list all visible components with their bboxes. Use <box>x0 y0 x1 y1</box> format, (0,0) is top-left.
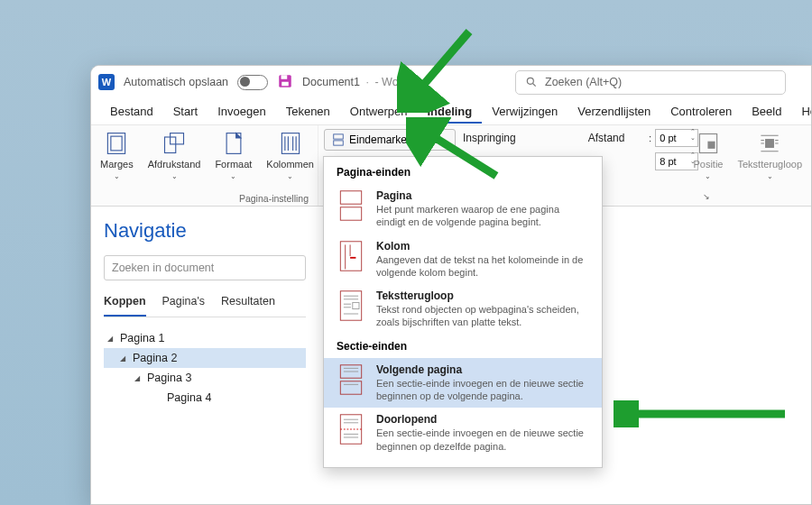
dropdown-item[interactable]: Volgende paginaEen sectie-einde invoegen… <box>324 358 602 409</box>
tree-item[interactable]: ◢Pagina 1 <box>104 328 306 348</box>
annotation-arrow <box>614 400 794 427</box>
menu-beeld[interactable]: Beeld <box>742 99 791 124</box>
svg-rect-19 <box>766 140 774 148</box>
textwrap-button[interactable]: Tekstterugloop⌄ <box>734 129 806 182</box>
navigation-tabs: KoppenPagina'sResultaten <box>104 295 306 317</box>
search-icon <box>525 76 538 88</box>
paragraph-dialog-launcher[interactable]: ↘ <box>703 192 710 201</box>
autosave-label: Automatisch opslaan <box>124 76 228 88</box>
search-box[interactable]: Zoeken (Alt+Q) <box>515 70 786 95</box>
svg-rect-16 <box>334 141 344 145</box>
menu-start[interactable]: Start <box>163 99 208 124</box>
orientation-button[interactable]: Afdrukstand⌄ <box>144 129 205 193</box>
svg-rect-2 <box>281 81 289 86</box>
ribbon-arrange-group: Positie⌄ Tekstterugloop⌄ <box>689 129 811 182</box>
navigation-pane: Navigatie Zoeken in document KoppenPagin… <box>91 207 318 504</box>
dropdown-item[interactable]: KolomAangeven dat de tekst na het kolome… <box>324 234 602 285</box>
svg-line-4 <box>533 84 536 87</box>
tree-item[interactable]: ◢Pagina 2 <box>104 348 306 368</box>
menu-bestand[interactable]: Bestand <box>100 99 163 124</box>
svg-rect-41 <box>340 381 361 394</box>
annotation-arrow <box>397 23 487 113</box>
columns-button[interactable]: Kolommen⌄ <box>263 129 318 193</box>
margins-button[interactable]: Marges⌄ <box>97 129 137 193</box>
svg-rect-26 <box>340 191 361 204</box>
svg-rect-27 <box>340 207 361 220</box>
navigation-title: Navigatie <box>104 219 306 243</box>
nav-tab-koppen[interactable]: Koppen <box>104 295 146 317</box>
dropdown-item[interactable]: DoorlopendEen sectie-einde invoegen en d… <box>324 408 602 458</box>
headings-tree: ◢Pagina 1◢Pagina 2◢Pagina 3Pagina 4 <box>104 328 306 408</box>
svg-rect-6 <box>111 136 122 151</box>
size-button[interactable]: Formaat⌄ <box>211 129 255 193</box>
nav-tab-pagina's[interactable]: Pagina's <box>162 295 206 317</box>
word-app-icon: W <box>98 74 115 90</box>
tree-item[interactable]: Pagina 4 <box>104 388 306 408</box>
dropdown-item[interactable]: PaginaHet punt markeren waarop de ene pa… <box>324 184 602 234</box>
svg-point-3 <box>527 78 533 84</box>
svg-rect-18 <box>708 142 715 148</box>
svg-line-49 <box>415 32 469 95</box>
autosave-toggle[interactable] <box>237 75 268 90</box>
navigation-search-input[interactable]: Zoeken in document <box>104 255 306 280</box>
annotation-arrow <box>406 117 514 189</box>
svg-rect-8 <box>171 133 184 144</box>
menu-tekenen[interactable]: Tekenen <box>276 99 340 124</box>
svg-rect-15 <box>334 134 344 139</box>
dropdown-section-header: Sectie-einden <box>324 338 602 358</box>
svg-line-50 <box>424 131 496 176</box>
document-title: Document1 · - Word <box>302 76 409 88</box>
menu-verzendlijsten[interactable]: Verzendlijsten <box>567 99 660 124</box>
svg-rect-10 <box>281 133 299 154</box>
nav-tab-resultaten[interactable]: Resultaten <box>221 295 275 317</box>
ribbon-group-page-setup: Marges⌄ Afdrukstand⌄ Formaat⌄ Kolommen⌄ … <box>91 125 318 206</box>
menu-invoegen[interactable]: Invoegen <box>208 99 276 124</box>
menu-controleren[interactable]: Controleren <box>660 99 742 124</box>
svg-rect-31 <box>340 291 361 320</box>
save-icon[interactable] <box>277 73 293 92</box>
svg-rect-28 <box>340 241 361 270</box>
breaks-dropdown-menu: Pagina-eindenPaginaHet punt markeren waa… <box>323 156 603 468</box>
position-button[interactable]: Positie⌄ <box>689 129 726 182</box>
spacing-label: Afstand <box>588 132 625 144</box>
svg-rect-1 <box>281 75 288 79</box>
breaks-icon <box>332 133 345 146</box>
svg-rect-34 <box>353 303 359 309</box>
dropdown-item[interactable]: TekstterugloopTekst rond objecten op web… <box>324 284 602 335</box>
page-setup-group-label: Pagina-instelling <box>97 193 312 204</box>
tree-item[interactable]: ◢Pagina 3 <box>104 368 306 388</box>
menu-help[interactable]: Help <box>791 99 811 124</box>
